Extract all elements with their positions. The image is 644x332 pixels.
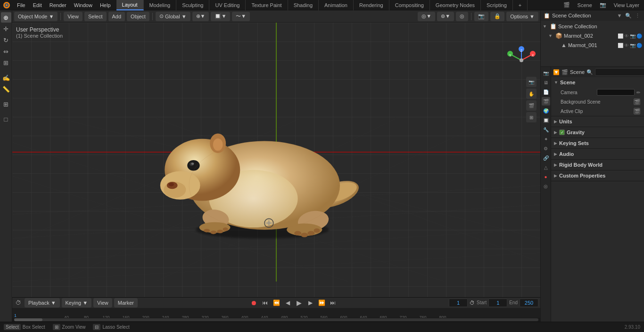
outliner-marmot-001[interactable]: ▲ Marmot_001 ⬜ 👁 📷 🔵: [541, 40, 644, 50]
menu-file[interactable]: File: [13, 0, 29, 10]
prop-constraints-icon[interactable]: 🔗: [542, 154, 550, 162]
keying-section-header[interactable]: ▶ Keying Sets: [551, 138, 644, 148]
prop-shading-icon[interactable]: ◎: [542, 182, 550, 190]
workspace-layout[interactable]: Layout: [116, 0, 144, 10]
rigidbody-section-header[interactable]: ▶ Rigid Body World: [551, 160, 644, 170]
play-btn[interactable]: ▶: [295, 299, 303, 307]
skip-end-btn[interactable]: ⏭: [329, 299, 337, 307]
prop-physics-icon[interactable]: ⚙: [542, 144, 550, 153]
prop-material-icon[interactable]: ●: [542, 172, 550, 181]
viewport-gizmo[interactable]: Z X Y: [507, 46, 536, 74]
timeline-ruler[interactable]: 1 40 80 120 160 200 240 280 320 360 400 …: [12, 308, 540, 322]
prop-data-icon[interactable]: △: [542, 163, 550, 171]
scene-name[interactable]: Scene: [575, 2, 595, 8]
marmot-002-eye[interactable]: 👁: [624, 33, 629, 39]
tool-measure[interactable]: 📏: [1, 84, 11, 94]
marmot-001-camera[interactable]: 📷: [630, 43, 636, 48]
marmot-002-render[interactable]: 🔵: [636, 33, 642, 39]
prop-view-icon[interactable]: 📄: [542, 88, 550, 96]
camera-edit[interactable]: ✏: [636, 90, 640, 95]
prop-object-icon[interactable]: 🔲: [542, 116, 550, 124]
gizmo-pan[interactable]: ✋: [526, 89, 537, 99]
marmot-001-restrict[interactable]: ⬜: [618, 43, 623, 48]
menu-window[interactable]: Window: [70, 0, 96, 10]
add-btn[interactable]: Add: [108, 12, 125, 21]
tool-cursor[interactable]: ⊕: [1, 12, 11, 23]
tool-rotate[interactable]: ↻: [1, 35, 11, 45]
viewport-shading-btn[interactable]: ◎▼: [418, 12, 435, 21]
skip-start-btn[interactable]: ⏮: [261, 299, 269, 307]
select-btn[interactable]: Select: [84, 12, 107, 21]
prop-output-icon[interactable]: 🖥: [542, 78, 550, 87]
marmot-001-eye[interactable]: 👁: [624, 43, 629, 48]
record-btn[interactable]: ⏺: [249, 299, 258, 307]
blender-logo[interactable]: [0, 0, 13, 10]
gizmo-grid[interactable]: ⊞: [526, 112, 537, 122]
transform-origin-btn[interactable]: ⊙ Global ▼: [156, 12, 190, 21]
background-scene-btn[interactable]: 🎬: [634, 98, 640, 105]
xray-btn[interactable]: ◎: [456, 12, 468, 21]
marmot-002-camera[interactable]: 📷: [630, 33, 636, 39]
audio-section-header[interactable]: ▶ Audio: [551, 149, 644, 159]
props-search-input[interactable]: [595, 68, 644, 76]
custom-section-header[interactable]: ▶ Custom Properties: [551, 170, 644, 181]
proportional2-btn[interactable]: 〜▼: [232, 12, 250, 21]
marker-btn[interactable]: Marker: [114, 298, 138, 308]
proportional-btn[interactable]: ⊕▼: [192, 12, 209, 21]
workspace-modeling[interactable]: Modeling: [144, 0, 177, 10]
workspace-animation[interactable]: Animation: [319, 0, 354, 10]
camera-view-btn[interactable]: 📷: [474, 12, 488, 21]
workspace-add[interactable]: +: [513, 0, 528, 10]
options-btn[interactable]: Options ▼: [506, 12, 538, 21]
outliner-filter-icon[interactable]: ▼: [616, 12, 623, 19]
workspace-scripting[interactable]: Scripting: [481, 0, 513, 10]
menu-edit[interactable]: Edit: [29, 0, 46, 10]
workspace-uv[interactable]: UV Editing: [209, 0, 246, 10]
viewlayer-name[interactable]: View Layer: [611, 2, 642, 8]
prop-modifier-icon[interactable]: 🔧: [542, 125, 550, 134]
object-btn[interactable]: Object: [127, 12, 149, 21]
marmot-001-render[interactable]: 🔵: [636, 43, 642, 48]
start-frame-input[interactable]: [488, 299, 507, 307]
units-section-header[interactable]: ▶ Units: [551, 116, 644, 127]
marmot-002-restrict1[interactable]: ⬜: [618, 33, 623, 39]
prop-particles-icon[interactable]: ✦: [542, 135, 550, 143]
view-btn-tl[interactable]: View: [93, 298, 112, 308]
scene-section-header[interactable]: ▼ Scene: [551, 77, 644, 88]
view-btn[interactable]: View: [64, 12, 83, 21]
workspace-geometry[interactable]: Geometry Nodes: [430, 0, 481, 10]
prop-scene-icon[interactable]: 🎬: [542, 97, 550, 105]
tool-scale[interactable]: ⇔: [1, 46, 11, 57]
outliner-scene-collection[interactable]: ▼ 📋 Scene Collection: [541, 22, 644, 31]
lasso-key[interactable]: ⊟: [93, 324, 100, 330]
workspace-texture[interactable]: Texture Paint: [246, 0, 288, 10]
playback-btn[interactable]: Playback ▼: [25, 298, 60, 308]
next-frame-btn[interactable]: ⏩: [317, 299, 326, 307]
tool-annotate[interactable]: ✍: [1, 73, 11, 83]
zoom-key[interactable]: ⊞: [53, 324, 60, 330]
prev-frame-btn[interactable]: ⏪: [272, 299, 281, 307]
gizmo-video[interactable]: 🎬: [526, 100, 537, 111]
gravity-checkbox[interactable]: ✓: [559, 130, 565, 135]
gizmo-camera[interactable]: 📷: [526, 77, 537, 87]
outliner-search-icon[interactable]: 🔍: [625, 12, 632, 19]
snap-btn[interactable]: 🔲▼: [211, 12, 230, 21]
menu-help[interactable]: Help: [96, 0, 115, 10]
lock-btn[interactable]: 🔒: [490, 12, 504, 21]
props-search-icon[interactable]: 🔍: [586, 69, 593, 75]
tool-move[interactable]: ✛: [1, 24, 11, 34]
active-clip-btn[interactable]: 🎬: [634, 108, 640, 114]
tool-add-obj[interactable]: ⊞: [1, 99, 11, 109]
outliner-marmot-002[interactable]: ▼ 📦 Marmot_002 ⬜ 👁 📷 🔵: [541, 31, 644, 40]
step-back-btn[interactable]: ◀: [283, 299, 292, 307]
keying-btn[interactable]: Keying ▼: [62, 298, 92, 308]
workspace-rendering[interactable]: Rendering: [354, 0, 389, 10]
prop-world-icon[interactable]: 🌍: [542, 106, 550, 115]
workspace-sculpting[interactable]: Sculpting: [176, 0, 209, 10]
object-mode-btn[interactable]: Object Mode ▼: [14, 12, 58, 21]
end-frame-input[interactable]: [520, 299, 538, 307]
current-frame-input[interactable]: [449, 299, 468, 307]
gravity-section-header[interactable]: ▶ ✓ Gravity: [551, 127, 644, 138]
prop-render-icon[interactable]: 📷: [542, 69, 550, 77]
tool-box[interactable]: □: [1, 114, 11, 124]
